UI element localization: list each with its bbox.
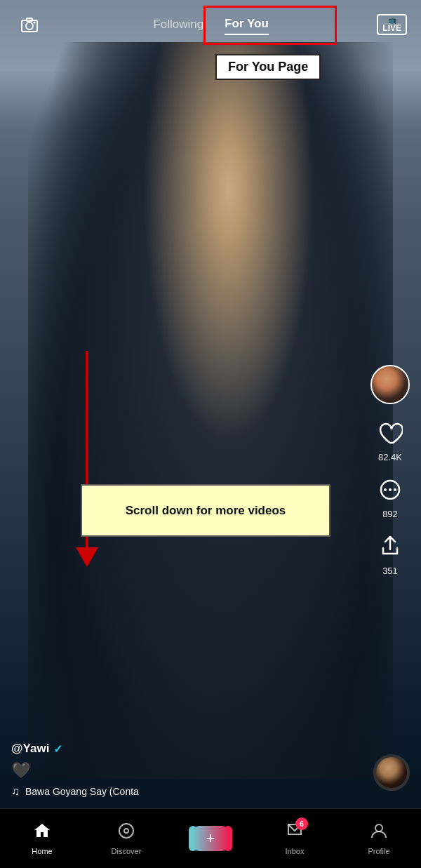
bottom-nav-add[interactable]: + — [168, 826, 253, 851]
following-tab[interactable]: Following — [153, 15, 203, 34]
svg-point-5 — [384, 488, 387, 491]
music-disc — [373, 754, 410, 791]
svg-point-6 — [389, 488, 392, 491]
for-you-tab[interactable]: For You — [225, 14, 269, 35]
top-navigation: Following For You 📺 LIVE — [0, 0, 421, 49]
user-info: @Yawi ✓ 🖤 ♫ Bawa Goyang Say (Conta — [11, 742, 139, 798]
home-icon — [33, 822, 51, 844]
svg-point-8 — [119, 824, 133, 838]
svg-point-3 — [34, 22, 36, 24]
inbox-badge: 6 — [295, 817, 308, 830]
live-button[interactable]: 📺 LIVE — [377, 14, 407, 35]
bottom-nav-home[interactable]: Home — [0, 822, 84, 855]
music-note-icon: ♫ — [11, 785, 20, 798]
share-count: 351 — [382, 566, 398, 576]
live-label: LIVE — [382, 24, 401, 32]
arrow-head — [76, 547, 98, 567]
nav-tabs: Following For You — [153, 14, 268, 35]
inbox-label: Inbox — [286, 847, 305, 855]
username-row: @Yawi ✓ — [11, 742, 139, 756]
plus-icon: + — [206, 829, 215, 848]
bottom-nav-inbox[interactable]: 6 Inbox — [253, 822, 337, 855]
bottom-navigation: Home Discover + 6 Inbox — [0, 808, 421, 868]
comment-count: 892 — [382, 509, 398, 519]
verified-icon: ✓ — [53, 742, 62, 756]
scroll-label: Scroll down for more videos — [126, 504, 286, 518]
svg-point-9 — [124, 829, 128, 833]
username-text[interactable]: @Yawi — [11, 742, 49, 756]
add-video-button[interactable]: + — [192, 826, 229, 851]
inbox-wrapper: 6 — [286, 822, 304, 844]
music-info: ♫ Bawa Goyang Say (Conta — [11, 785, 139, 798]
bottom-nav-profile[interactable]: Profile — [337, 822, 421, 855]
profile-label: Profile — [368, 847, 389, 855]
bottom-nav-discover[interactable]: Discover — [84, 822, 168, 855]
scroll-annotation-box: Scroll down for more videos — [81, 484, 330, 537]
heart-icon — [373, 415, 408, 450]
discover-label: Discover — [112, 847, 142, 855]
like-button[interactable]: 82.4K — [373, 415, 408, 462]
video-background — [0, 0, 421, 868]
profile-icon — [370, 822, 388, 844]
annotation-text: For You Page — [228, 60, 308, 74]
for-you-page-annotation: For You Page — [215, 54, 321, 80]
like-count: 82.4K — [378, 452, 402, 462]
camera-button[interactable] — [14, 9, 45, 40]
music-title: Bawa Goyang Say (Conta — [25, 786, 139, 797]
right-actions: 82.4K 892 351 — [370, 365, 410, 582]
share-button[interactable]: 351 — [373, 529, 408, 576]
comment-icon — [373, 472, 408, 507]
svg-point-7 — [394, 488, 396, 491]
heart-small: 🖤 — [11, 761, 139, 780]
share-icon — [373, 529, 408, 564]
creator-avatar[interactable] — [370, 365, 410, 404]
svg-point-10 — [375, 824, 382, 832]
svg-point-1 — [26, 22, 33, 29]
discover-icon — [117, 822, 135, 844]
home-label: Home — [32, 847, 52, 855]
comment-button[interactable]: 892 — [373, 472, 408, 519]
